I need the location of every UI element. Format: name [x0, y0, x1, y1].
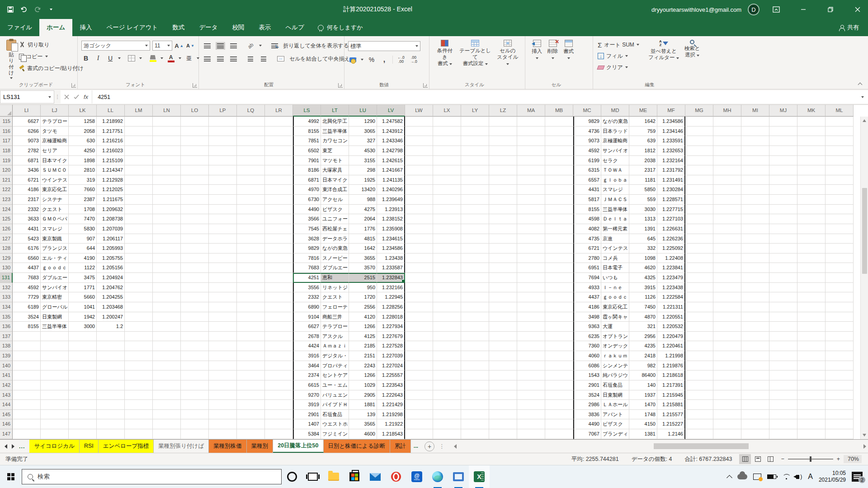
cell[interactable]: [517, 136, 545, 146]
cell[interactable]: [125, 214, 153, 224]
cell[interactable]: デジタル・: [321, 351, 349, 361]
row-header-144[interactable]: 144: [0, 400, 13, 410]
cell[interactable]: [713, 195, 741, 205]
cell[interactable]: [125, 390, 153, 400]
cell[interactable]: [489, 400, 517, 410]
cell[interactable]: 1.205755: [97, 253, 125, 263]
cell[interactable]: [209, 244, 237, 253]
align-left-button[interactable]: [203, 54, 212, 63]
cell[interactable]: [181, 390, 209, 400]
cell[interactable]: [125, 205, 153, 215]
taskbar-app-store[interactable]: [344, 465, 365, 488]
align-center-button[interactable]: [216, 54, 225, 63]
taskbar-search-input[interactable]: 検索: [22, 469, 282, 484]
cell[interactable]: [685, 253, 713, 263]
cell[interactable]: [125, 195, 153, 205]
formula-input[interactable]: 4251: [92, 90, 857, 103]
cell[interactable]: [153, 205, 181, 215]
cell[interactable]: [769, 175, 797, 185]
cell[interactable]: [545, 234, 573, 244]
cell[interactable]: [265, 371, 293, 380]
sheet-tab-日別と株価による診断[interactable]: 日別と株価による診断: [324, 440, 390, 453]
cell[interactable]: システナ: [41, 195, 69, 205]
cell[interactable]: [265, 419, 293, 429]
cell[interactable]: [517, 244, 545, 253]
cell[interactable]: [69, 351, 97, 361]
column-header-LK[interactable]: LK: [69, 105, 97, 117]
column-header-MG[interactable]: MG: [685, 105, 713, 117]
cell[interactable]: [685, 371, 713, 380]
cell[interactable]: 8155: [13, 322, 41, 332]
cell[interactable]: [797, 195, 826, 205]
cell[interactable]: [433, 127, 461, 136]
cell[interactable]: 2901: [573, 380, 601, 390]
cell[interactable]: [41, 400, 69, 410]
column-header-ME[interactable]: ME: [629, 105, 657, 117]
close-button[interactable]: [847, 0, 868, 19]
cell[interactable]: 3919: [293, 400, 321, 410]
cell[interactable]: [769, 312, 797, 322]
cell[interactable]: 140: [629, 380, 657, 390]
cell[interactable]: 日本マイク: [41, 156, 69, 166]
cell[interactable]: [461, 185, 489, 195]
ribbon-tab-校閲[interactable]: 校閲: [225, 19, 252, 36]
cell[interactable]: 京極運輸商: [601, 136, 629, 146]
cell[interactable]: [713, 234, 741, 244]
cell[interactable]: [433, 400, 461, 410]
cell[interactable]: [713, 263, 741, 273]
row-header-119[interactable]: 119: [0, 156, 13, 166]
cell[interactable]: 1.215577: [657, 410, 685, 420]
cell[interactable]: [265, 332, 293, 342]
cell[interactable]: [545, 419, 573, 429]
cell[interactable]: 7729: [13, 292, 41, 302]
row-header-135[interactable]: 135: [0, 312, 13, 322]
cell[interactable]: 京進: [601, 234, 629, 244]
merge-center-label[interactable]: セルを結合して中央揃え: [289, 55, 350, 63]
cell[interactable]: [489, 195, 517, 205]
cell[interactable]: 1041: [69, 302, 97, 312]
speaker-icon[interactable]: [796, 475, 799, 479]
cell[interactable]: [517, 224, 545, 234]
cell[interactable]: [265, 380, 293, 390]
cell[interactable]: [237, 292, 265, 302]
cell[interactable]: [769, 205, 797, 215]
cell[interactable]: [517, 351, 545, 361]
zoom-slider-thumb[interactable]: [810, 456, 811, 462]
cell[interactable]: 1.227024: [377, 361, 405, 371]
cell[interactable]: 1.206117: [97, 234, 125, 244]
cell[interactable]: [517, 410, 545, 420]
cell[interactable]: [741, 312, 769, 322]
cell[interactable]: [181, 400, 209, 410]
cell[interactable]: 4437: [13, 263, 41, 273]
cell[interactable]: [769, 263, 797, 273]
cell[interactable]: [713, 146, 741, 156]
cell[interactable]: [265, 146, 293, 156]
cell[interactable]: [489, 263, 517, 273]
row-header-133[interactable]: 133: [0, 292, 13, 302]
insert-function-icon[interactable]: fx: [84, 94, 88, 100]
cell[interactable]: 日本ラッド: [601, 127, 629, 136]
cell[interactable]: [489, 341, 517, 351]
row-header-132[interactable]: 132: [0, 283, 13, 293]
cell[interactable]: [405, 332, 433, 342]
cell[interactable]: 2243: [349, 361, 377, 371]
cell[interactable]: 4082: [573, 224, 601, 234]
align-right-button[interactable]: [229, 54, 238, 63]
cell[interactable]: [826, 195, 854, 205]
cell[interactable]: 1.208738: [97, 214, 125, 224]
cell[interactable]: 1.225557: [377, 371, 405, 380]
cell[interactable]: [797, 224, 826, 234]
cell[interactable]: 630: [69, 136, 97, 146]
cell[interactable]: 東芝: [321, 146, 349, 156]
cell[interactable]: 1.232843: [377, 273, 405, 283]
cell[interactable]: 1942: [69, 312, 97, 322]
cell[interactable]: [209, 175, 237, 185]
cell[interactable]: [181, 117, 209, 127]
cell[interactable]: ウエストホ: [321, 419, 349, 429]
cell[interactable]: [741, 292, 769, 302]
cell[interactable]: エル・ティ: [41, 253, 69, 263]
cell[interactable]: [237, 361, 265, 371]
cell[interactable]: 6502: [293, 146, 321, 156]
taskbar-app-explorer[interactable]: [323, 465, 344, 488]
cell[interactable]: 1812: [629, 146, 657, 156]
